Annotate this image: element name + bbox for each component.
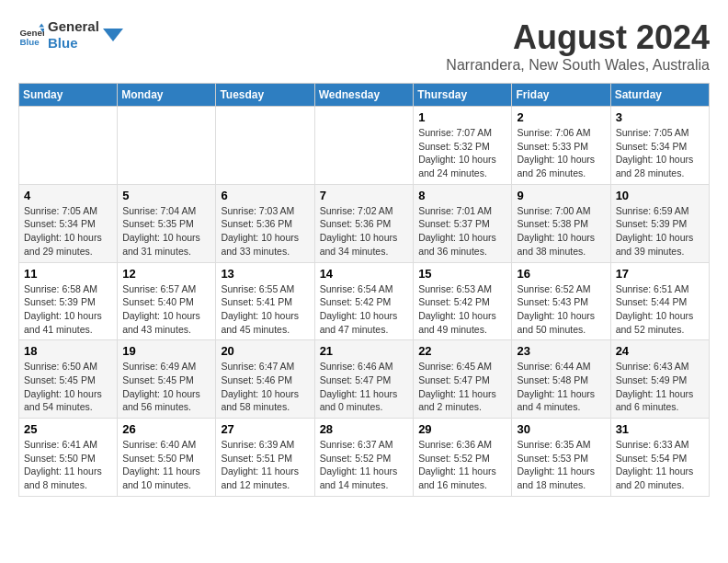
calendar-cell: 22Sunrise: 6:45 AM Sunset: 5:47 PM Dayli… <box>414 340 512 419</box>
day-number: 11 <box>24 267 112 281</box>
calendar-cell: 9Sunrise: 7:00 AM Sunset: 5:38 PM Daylig… <box>512 184 610 262</box>
day-info: Sunrise: 6:49 AM Sunset: 5:45 PM Dayligh… <box>122 360 210 414</box>
day-info: Sunrise: 6:44 AM Sunset: 5:48 PM Dayligh… <box>517 360 605 414</box>
calendar-cell <box>216 107 314 185</box>
day-info: Sunrise: 6:59 AM Sunset: 5:39 PM Dayligh… <box>616 204 704 259</box>
day-number: 18 <box>24 344 112 358</box>
day-info: Sunrise: 7:04 AM Sunset: 5:35 PM Dayligh… <box>122 204 210 259</box>
page-header: General Blue General Blue August 2024 Na… <box>18 18 710 74</box>
calendar-cell: 21Sunrise: 6:46 AM Sunset: 5:47 PM Dayli… <box>314 340 414 419</box>
day-number: 25 <box>24 422 112 436</box>
svg-marker-2 <box>39 23 44 27</box>
calendar-cell: 7Sunrise: 7:02 AM Sunset: 5:36 PM Daylig… <box>314 184 414 262</box>
header-saturday: Saturday <box>610 84 709 107</box>
day-info: Sunrise: 6:47 AM Sunset: 5:46 PM Dayligh… <box>221 360 309 414</box>
day-number: 6 <box>221 189 309 202</box>
logo-arrow-icon <box>103 25 123 45</box>
day-number: 30 <box>517 422 605 436</box>
day-info: Sunrise: 6:36 AM Sunset: 5:52 PM Dayligh… <box>418 438 506 492</box>
header-tuesday: Tuesday <box>216 84 314 107</box>
day-number: 14 <box>320 267 409 281</box>
calendar-cell <box>314 107 414 185</box>
day-number: 20 <box>221 344 309 358</box>
calendar-cell: 4Sunrise: 7:05 AM Sunset: 5:34 PM Daylig… <box>19 184 118 262</box>
logo-general: General <box>48 18 99 35</box>
week-row-4: 18Sunrise: 6:50 AM Sunset: 5:45 PM Dayli… <box>19 340 710 419</box>
header-sunday: Sunday <box>19 84 118 107</box>
day-info: Sunrise: 6:58 AM Sunset: 5:39 PM Dayligh… <box>24 282 112 337</box>
calendar-cell: 23Sunrise: 6:44 AM Sunset: 5:48 PM Dayli… <box>512 340 610 419</box>
day-info: Sunrise: 6:55 AM Sunset: 5:41 PM Dayligh… <box>221 282 309 337</box>
day-number: 16 <box>517 267 605 281</box>
svg-marker-4 <box>103 29 123 41</box>
day-number: 3 <box>616 110 704 124</box>
day-info: Sunrise: 7:07 AM Sunset: 5:32 PM Dayligh… <box>418 126 506 180</box>
day-number: 2 <box>517 110 605 124</box>
week-row-1: 1Sunrise: 7:07 AM Sunset: 5:32 PM Daylig… <box>19 107 710 185</box>
day-info: Sunrise: 6:43 AM Sunset: 5:49 PM Dayligh… <box>616 360 704 414</box>
calendar-cell: 15Sunrise: 6:53 AM Sunset: 5:42 PM Dayli… <box>414 262 512 340</box>
calendar-cell: 31Sunrise: 6:33 AM Sunset: 5:54 PM Dayli… <box>610 419 709 497</box>
day-info: Sunrise: 7:05 AM Sunset: 5:34 PM Dayligh… <box>616 126 704 180</box>
day-info: Sunrise: 6:35 AM Sunset: 5:53 PM Dayligh… <box>517 438 605 492</box>
week-row-5: 25Sunrise: 6:41 AM Sunset: 5:50 PM Dayli… <box>19 419 710 497</box>
day-info: Sunrise: 6:54 AM Sunset: 5:42 PM Dayligh… <box>320 282 409 337</box>
week-row-3: 11Sunrise: 6:58 AM Sunset: 5:39 PM Dayli… <box>19 262 710 340</box>
day-number: 29 <box>418 422 506 436</box>
day-number: 7 <box>320 189 409 202</box>
calendar-cell: 18Sunrise: 6:50 AM Sunset: 5:45 PM Dayli… <box>19 340 118 419</box>
day-number: 22 <box>418 344 506 358</box>
day-number: 31 <box>616 422 704 436</box>
day-number: 1 <box>418 110 506 124</box>
day-info: Sunrise: 6:51 AM Sunset: 5:44 PM Dayligh… <box>616 282 704 337</box>
month-year-title: August 2024 <box>446 18 710 57</box>
day-info: Sunrise: 7:01 AM Sunset: 5:37 PM Dayligh… <box>418 204 506 259</box>
calendar-cell: 17Sunrise: 6:51 AM Sunset: 5:44 PM Dayli… <box>610 262 709 340</box>
location-subtitle: Narrandera, New South Wales, Australia <box>446 57 710 74</box>
day-number: 4 <box>24 189 112 202</box>
day-number: 21 <box>320 344 409 358</box>
day-number: 10 <box>616 189 704 202</box>
day-number: 13 <box>221 267 309 281</box>
calendar-cell: 2Sunrise: 7:06 AM Sunset: 5:33 PM Daylig… <box>512 107 610 185</box>
header-wednesday: Wednesday <box>314 84 414 107</box>
calendar-cell: 27Sunrise: 6:39 AM Sunset: 5:51 PM Dayli… <box>216 419 314 497</box>
day-info: Sunrise: 7:00 AM Sunset: 5:38 PM Dayligh… <box>517 204 605 259</box>
day-number: 17 <box>616 267 704 281</box>
calendar-cell: 30Sunrise: 6:35 AM Sunset: 5:53 PM Dayli… <box>512 419 610 497</box>
calendar-cell: 8Sunrise: 7:01 AM Sunset: 5:37 PM Daylig… <box>414 184 512 262</box>
header-monday: Monday <box>118 84 216 107</box>
calendar-cell: 26Sunrise: 6:40 AM Sunset: 5:50 PM Dayli… <box>118 419 216 497</box>
day-info: Sunrise: 6:39 AM Sunset: 5:51 PM Dayligh… <box>221 438 309 492</box>
calendar-cell: 12Sunrise: 6:57 AM Sunset: 5:40 PM Dayli… <box>118 262 216 340</box>
day-number: 27 <box>221 422 309 436</box>
calendar-cell: 13Sunrise: 6:55 AM Sunset: 5:41 PM Dayli… <box>216 262 314 340</box>
calendar-cell <box>118 107 216 185</box>
day-info: Sunrise: 6:41 AM Sunset: 5:50 PM Dayligh… <box>24 438 112 492</box>
calendar-cell: 10Sunrise: 6:59 AM Sunset: 5:39 PM Dayli… <box>610 184 709 262</box>
calendar-cell: 28Sunrise: 6:37 AM Sunset: 5:52 PM Dayli… <box>314 419 414 497</box>
calendar-cell: 14Sunrise: 6:54 AM Sunset: 5:42 PM Dayli… <box>314 262 414 340</box>
day-info: Sunrise: 6:52 AM Sunset: 5:43 PM Dayligh… <box>517 282 605 337</box>
day-number: 15 <box>418 267 506 281</box>
calendar-cell: 5Sunrise: 7:04 AM Sunset: 5:35 PM Daylig… <box>118 184 216 262</box>
weekday-header-row: SundayMondayTuesdayWednesdayThursdayFrid… <box>19 84 710 107</box>
day-info: Sunrise: 7:03 AM Sunset: 5:36 PM Dayligh… <box>221 204 309 259</box>
logo-blue: Blue <box>48 35 99 52</box>
day-number: 28 <box>320 422 409 436</box>
day-info: Sunrise: 6:57 AM Sunset: 5:40 PM Dayligh… <box>122 282 210 337</box>
day-info: Sunrise: 6:33 AM Sunset: 5:54 PM Dayligh… <box>616 438 704 492</box>
day-info: Sunrise: 7:05 AM Sunset: 5:34 PM Dayligh… <box>24 204 112 259</box>
day-number: 23 <box>517 344 605 358</box>
day-number: 19 <box>122 344 210 358</box>
logo-icon: General Blue <box>18 22 44 48</box>
calendar-cell: 20Sunrise: 6:47 AM Sunset: 5:46 PM Dayli… <box>216 340 314 419</box>
calendar-cell: 6Sunrise: 7:03 AM Sunset: 5:36 PM Daylig… <box>216 184 314 262</box>
day-number: 24 <box>616 344 704 358</box>
day-info: Sunrise: 6:53 AM Sunset: 5:42 PM Dayligh… <box>418 282 506 337</box>
calendar-cell: 16Sunrise: 6:52 AM Sunset: 5:43 PM Dayli… <box>512 262 610 340</box>
calendar-cell: 25Sunrise: 6:41 AM Sunset: 5:50 PM Dayli… <box>19 419 118 497</box>
calendar-cell: 3Sunrise: 7:05 AM Sunset: 5:34 PM Daylig… <box>610 107 709 185</box>
day-number: 5 <box>122 189 210 202</box>
day-number: 9 <box>517 189 605 202</box>
